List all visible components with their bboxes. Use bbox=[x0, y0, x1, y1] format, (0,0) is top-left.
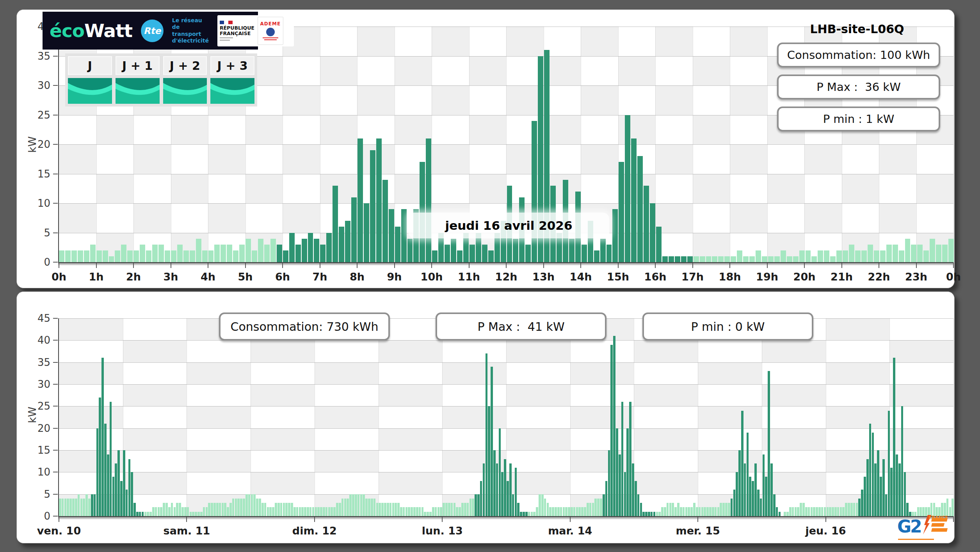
bar bbox=[544, 499, 546, 516]
bar bbox=[637, 494, 640, 516]
bar bbox=[768, 256, 774, 262]
bar bbox=[781, 250, 786, 262]
bar bbox=[127, 250, 133, 262]
x-tick-mark bbox=[171, 263, 171, 268]
bar bbox=[133, 250, 139, 262]
bar bbox=[573, 507, 576, 516]
bar bbox=[683, 507, 685, 516]
ecowatt-header-logo: écoWatt Rte Le réseau de transport d'éle… bbox=[43, 12, 258, 50]
bar bbox=[669, 503, 672, 516]
bar bbox=[840, 507, 842, 516]
bar bbox=[901, 406, 904, 516]
bar bbox=[886, 245, 892, 262]
bar bbox=[829, 507, 831, 516]
bar bbox=[743, 256, 749, 262]
day-tab-thumbnail-1[interactable] bbox=[116, 78, 160, 104]
g2e-tagline-line bbox=[898, 539, 934, 540]
bar bbox=[704, 507, 706, 516]
bar bbox=[245, 239, 251, 262]
bar bbox=[312, 507, 315, 516]
bar bbox=[267, 507, 269, 516]
bar bbox=[779, 512, 781, 516]
weekly-pmin-stat: P min : 0 kW bbox=[642, 312, 813, 341]
day-tab-2[interactable]: J + 2 bbox=[163, 56, 207, 75]
bar bbox=[341, 499, 344, 516]
bar bbox=[733, 490, 736, 516]
bar bbox=[855, 250, 861, 262]
day-tab-0[interactable]: J bbox=[68, 56, 112, 75]
bar bbox=[557, 507, 560, 516]
ademe-tagline-line bbox=[264, 39, 277, 40]
bar bbox=[165, 250, 170, 262]
bar bbox=[110, 402, 112, 516]
day-tab-3[interactable]: J + 3 bbox=[210, 56, 254, 75]
bar bbox=[621, 402, 624, 516]
bar bbox=[536, 507, 538, 516]
bar bbox=[459, 507, 461, 516]
bar bbox=[390, 503, 392, 516]
bar bbox=[525, 245, 531, 262]
bar bbox=[824, 250, 829, 262]
bar bbox=[90, 245, 96, 262]
bar bbox=[371, 499, 373, 516]
x-tick-label: 8h bbox=[350, 271, 365, 283]
bar bbox=[177, 245, 183, 262]
x-tick-label: mar. 14 bbox=[548, 525, 592, 537]
bar bbox=[323, 507, 325, 516]
x-tick-label: 22h bbox=[868, 271, 890, 283]
bar bbox=[715, 507, 717, 516]
ecowatt-energy-dashboard: { "site_title": "LHB-site-L06Q", "logo_s… bbox=[0, 0, 980, 552]
bar bbox=[699, 507, 701, 516]
bar bbox=[237, 499, 240, 516]
y-tick-label: 15 bbox=[23, 168, 50, 180]
daily-chart-panel: kW 05101520253035400h1h2h3h4h5h6h7h8h9h1… bbox=[16, 9, 955, 288]
bar bbox=[597, 499, 599, 516]
republique-francaise-block: RÉPUBLIQUE FRANÇAISE bbox=[220, 21, 254, 40]
bar bbox=[351, 197, 357, 262]
bar bbox=[582, 245, 587, 262]
bar bbox=[216, 503, 219, 516]
bar bbox=[251, 494, 253, 516]
day-tab-thumbnail-0[interactable] bbox=[68, 78, 112, 104]
bar bbox=[501, 472, 503, 516]
bar bbox=[451, 239, 456, 262]
bar bbox=[725, 503, 727, 516]
bar bbox=[547, 503, 549, 516]
bar bbox=[756, 250, 761, 262]
bar bbox=[805, 507, 807, 516]
ademe-text: ADEME bbox=[260, 21, 281, 27]
rte-logo-text: Rte bbox=[144, 26, 161, 36]
bar bbox=[644, 186, 649, 262]
bar bbox=[264, 503, 267, 516]
x-tick-mark bbox=[697, 517, 698, 522]
bar bbox=[642, 512, 645, 516]
bar bbox=[470, 499, 472, 516]
bar bbox=[253, 494, 256, 516]
bar bbox=[448, 503, 450, 516]
bar bbox=[360, 494, 363, 516]
bar bbox=[397, 503, 400, 516]
day-tab-1[interactable]: J + 1 bbox=[116, 56, 160, 75]
bar bbox=[893, 358, 895, 516]
bar bbox=[461, 503, 464, 516]
bar bbox=[648, 512, 650, 516]
bar bbox=[99, 398, 101, 516]
day-tab-thumbnail-3[interactable] bbox=[210, 78, 254, 104]
bar bbox=[235, 499, 237, 516]
bar bbox=[656, 227, 662, 262]
bar bbox=[307, 507, 309, 516]
bar bbox=[760, 499, 762, 516]
bar bbox=[374, 499, 376, 516]
bar bbox=[496, 463, 498, 516]
bar bbox=[146, 250, 151, 262]
day-tab-thumbnail-2[interactable] bbox=[163, 78, 207, 104]
bar bbox=[233, 250, 238, 262]
x-tick-label: 7h bbox=[312, 271, 327, 283]
bar bbox=[811, 256, 817, 262]
bar bbox=[941, 503, 943, 516]
x-tick-mark bbox=[59, 263, 59, 268]
bar bbox=[333, 186, 338, 262]
bar bbox=[183, 250, 189, 262]
bar bbox=[637, 156, 643, 262]
bar bbox=[229, 503, 232, 516]
